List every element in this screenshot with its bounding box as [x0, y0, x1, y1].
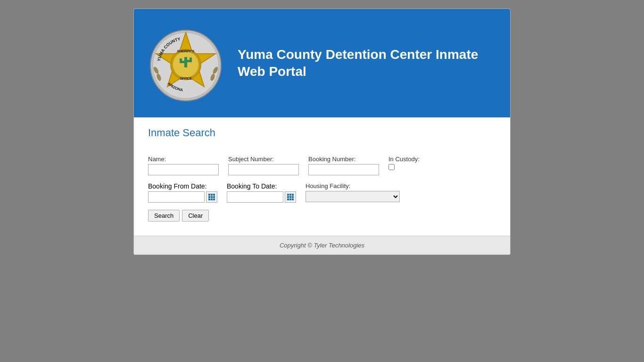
svg-text:OFFICE: OFFICE — [180, 77, 192, 80]
page-title: Inmate Search — [148, 127, 496, 141]
in-custody-checkbox[interactable] — [388, 164, 395, 170]
calendar-icon-2 — [287, 194, 294, 200]
booking-from-input[interactable] — [148, 191, 205, 203]
button-row: Search Clear — [148, 210, 496, 222]
name-input[interactable] — [148, 164, 219, 175]
booking-to-input[interactable] — [227, 191, 283, 203]
calendar-icon — [208, 194, 215, 200]
sheriff-badge-icon: YUMA COUNTY ARIZONA SHERIFF'S OFFICE — [146, 18, 226, 108]
booking-to-wrapper — [227, 191, 296, 203]
svg-rect-9 — [190, 58, 192, 62]
content-area: Inmate Search Name: Subject Number: Book… — [134, 117, 510, 236]
booking-from-group: Booking From Date: — [148, 182, 217, 203]
booking-from-label: Booking From Date: — [148, 182, 217, 190]
in-custody-label: In Custody: — [388, 156, 420, 163]
subject-number-group: Subject Number: — [228, 156, 299, 175]
booking-from-calendar-button[interactable] — [206, 191, 217, 203]
housing-facility-group: Housing Facility: — [305, 182, 400, 202]
footer: Copyright © Tyler Technologies — [134, 236, 510, 255]
subject-number-input[interactable] — [228, 164, 299, 175]
booking-number-label: Booking Number: — [308, 156, 379, 163]
svg-rect-5 — [184, 57, 187, 67]
badge-container: YUMA COUNTY ARIZONA SHERIFF'S OFFICE — [143, 16, 228, 110]
main-container: YUMA COUNTY ARIZONA SHERIFF'S OFFICE — [133, 8, 511, 255]
housing-facility-select[interactable] — [305, 191, 400, 202]
clear-button[interactable]: Clear — [182, 210, 209, 222]
copyright-text: Copyright © Tyler Technologies — [280, 242, 364, 249]
inmate-search-form: Name: Subject Number: Booking Number: In… — [148, 151, 496, 226]
svg-text:SHERIFF'S: SHERIFF'S — [177, 49, 195, 53]
name-group: Name: — [148, 156, 219, 175]
header-title: Yuma County Detention Center Inmate Web … — [238, 46, 501, 81]
booking-to-label: Booking To Date: — [227, 182, 296, 190]
name-label: Name: — [148, 156, 219, 163]
search-button[interactable]: Search — [148, 210, 180, 222]
svg-rect-8 — [180, 58, 182, 63]
subject-number-label: Subject Number: — [228, 156, 299, 163]
booking-to-calendar-button[interactable] — [285, 191, 296, 203]
in-custody-group: In Custody: — [388, 156, 420, 170]
form-row-2: Booking From Date: Booking To — [148, 182, 496, 203]
form-row-1: Name: Subject Number: Booking Number: In… — [148, 156, 496, 175]
booking-to-group: Booking To Date: — [227, 182, 296, 203]
booking-number-input[interactable] — [308, 164, 379, 175]
header: YUMA COUNTY ARIZONA SHERIFF'S OFFICE — [134, 9, 510, 117]
housing-facility-label: Housing Facility: — [305, 182, 400, 189]
booking-number-group: Booking Number: — [308, 156, 379, 175]
booking-from-wrapper — [148, 191, 217, 203]
